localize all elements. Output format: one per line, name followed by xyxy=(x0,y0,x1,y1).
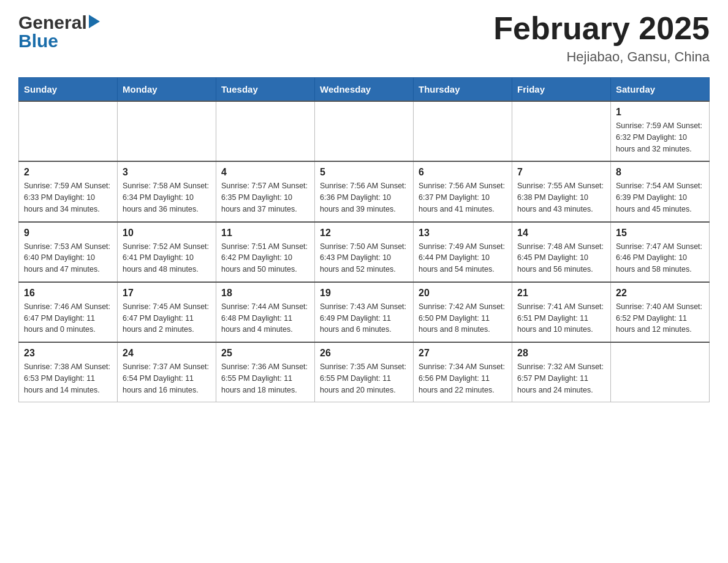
table-row: 14Sunrise: 7:48 AM Sunset: 6:45 PM Dayli… xyxy=(512,222,611,282)
table-row: 9Sunrise: 7:53 AM Sunset: 6:40 PM Daylig… xyxy=(19,222,118,282)
table-row: 2Sunrise: 7:59 AM Sunset: 6:33 PM Daylig… xyxy=(19,161,118,221)
table-row: 27Sunrise: 7:34 AM Sunset: 6:56 PM Dayli… xyxy=(414,342,512,402)
calendar-week-row: 2Sunrise: 7:59 AM Sunset: 6:33 PM Daylig… xyxy=(19,161,710,221)
logo: General xyxy=(18,12,100,33)
table-row: 28Sunrise: 7:32 AM Sunset: 6:57 PM Dayli… xyxy=(512,342,611,402)
day-number: 1 xyxy=(616,107,704,118)
day-number: 22 xyxy=(616,288,704,299)
day-number: 19 xyxy=(320,288,408,299)
table-row: 26Sunrise: 7:35 AM Sunset: 6:55 PM Dayli… xyxy=(315,342,414,402)
calendar-table: Sunday Monday Tuesday Wednesday Thursday… xyxy=(18,77,710,402)
day-info: Sunrise: 7:51 AM Sunset: 6:42 PM Dayligh… xyxy=(221,241,309,275)
day-number: 9 xyxy=(24,228,112,239)
col-thursday: Thursday xyxy=(414,78,512,102)
logo-blue-text: Blue xyxy=(18,31,58,52)
day-info: Sunrise: 7:55 AM Sunset: 6:38 PM Dayligh… xyxy=(517,180,605,215)
day-number: 28 xyxy=(517,348,605,359)
day-number: 21 xyxy=(517,288,605,299)
day-number: 8 xyxy=(616,167,704,178)
day-info: Sunrise: 7:37 AM Sunset: 6:54 PM Dayligh… xyxy=(123,361,211,396)
calendar-week-row: 1Sunrise: 7:59 AM Sunset: 6:32 PM Daylig… xyxy=(19,101,710,161)
col-wednesday: Wednesday xyxy=(315,78,414,102)
day-number: 27 xyxy=(419,348,507,359)
location-text: Hejiabao, Gansu, China xyxy=(493,49,710,65)
day-info: Sunrise: 7:56 AM Sunset: 6:36 PM Dayligh… xyxy=(320,180,408,215)
day-info: Sunrise: 7:38 AM Sunset: 6:53 PM Dayligh… xyxy=(24,361,112,396)
day-number: 3 xyxy=(123,167,211,178)
day-number: 26 xyxy=(320,348,408,359)
day-number: 24 xyxy=(123,348,211,359)
table-row: 4Sunrise: 7:57 AM Sunset: 6:35 PM Daylig… xyxy=(216,161,315,221)
table-row: 5Sunrise: 7:56 AM Sunset: 6:36 PM Daylig… xyxy=(315,161,414,221)
calendar-week-row: 16Sunrise: 7:46 AM Sunset: 6:47 PM Dayli… xyxy=(19,282,710,342)
day-info: Sunrise: 7:58 AM Sunset: 6:34 PM Dayligh… xyxy=(123,180,211,215)
day-info: Sunrise: 7:57 AM Sunset: 6:35 PM Dayligh… xyxy=(221,180,309,215)
day-info: Sunrise: 7:43 AM Sunset: 6:49 PM Dayligh… xyxy=(320,301,408,335)
day-number: 25 xyxy=(221,348,309,359)
day-number: 10 xyxy=(123,228,211,239)
table-row: 1Sunrise: 7:59 AM Sunset: 6:32 PM Daylig… xyxy=(611,101,710,161)
day-number: 2 xyxy=(24,167,112,178)
day-info: Sunrise: 7:32 AM Sunset: 6:57 PM Dayligh… xyxy=(517,361,605,396)
day-number: 4 xyxy=(221,167,309,178)
day-info: Sunrise: 7:46 AM Sunset: 6:47 PM Dayligh… xyxy=(24,301,112,335)
day-info: Sunrise: 7:42 AM Sunset: 6:50 PM Dayligh… xyxy=(419,301,507,335)
day-number: 13 xyxy=(419,228,507,239)
day-info: Sunrise: 7:52 AM Sunset: 6:41 PM Dayligh… xyxy=(123,241,211,275)
table-row: 24Sunrise: 7:37 AM Sunset: 6:54 PM Dayli… xyxy=(118,342,216,402)
table-row: 23Sunrise: 7:38 AM Sunset: 6:53 PM Dayli… xyxy=(19,342,118,402)
day-info: Sunrise: 7:54 AM Sunset: 6:39 PM Dayligh… xyxy=(616,180,704,215)
day-number: 23 xyxy=(24,348,112,359)
day-number: 16 xyxy=(24,288,112,299)
day-info: Sunrise: 7:53 AM Sunset: 6:40 PM Dayligh… xyxy=(24,241,112,275)
title-area: February 2025 Hejiabao, Gansu, China xyxy=(493,12,710,65)
day-info: Sunrise: 7:41 AM Sunset: 6:51 PM Dayligh… xyxy=(517,301,605,335)
day-info: Sunrise: 7:59 AM Sunset: 6:33 PM Dayligh… xyxy=(24,180,112,215)
day-info: Sunrise: 7:50 AM Sunset: 6:43 PM Dayligh… xyxy=(320,241,408,275)
table-row: 20Sunrise: 7:42 AM Sunset: 6:50 PM Dayli… xyxy=(414,282,512,342)
table-row: 22Sunrise: 7:40 AM Sunset: 6:52 PM Dayli… xyxy=(611,282,710,342)
table-row: 11Sunrise: 7:51 AM Sunset: 6:42 PM Dayli… xyxy=(216,222,315,282)
logo-triangle-icon xyxy=(89,15,100,31)
day-number: 12 xyxy=(320,228,408,239)
day-number: 17 xyxy=(123,288,211,299)
table-row: 13Sunrise: 7:49 AM Sunset: 6:44 PM Dayli… xyxy=(414,222,512,282)
table-row: 7Sunrise: 7:55 AM Sunset: 6:38 PM Daylig… xyxy=(512,161,611,221)
table-row xyxy=(414,101,512,161)
month-title: February 2025 xyxy=(493,12,710,44)
table-row: 15Sunrise: 7:47 AM Sunset: 6:46 PM Dayli… xyxy=(611,222,710,282)
day-number: 11 xyxy=(221,228,309,239)
table-row: 16Sunrise: 7:46 AM Sunset: 6:47 PM Dayli… xyxy=(19,282,118,342)
calendar-header-row: Sunday Monday Tuesday Wednesday Thursday… xyxy=(19,78,710,102)
day-info: Sunrise: 7:47 AM Sunset: 6:46 PM Dayligh… xyxy=(616,241,704,275)
table-row xyxy=(19,101,118,161)
day-number: 14 xyxy=(517,228,605,239)
col-tuesday: Tuesday xyxy=(216,78,315,102)
day-number: 5 xyxy=(320,167,408,178)
day-info: Sunrise: 7:44 AM Sunset: 6:48 PM Dayligh… xyxy=(221,301,309,335)
svg-marker-0 xyxy=(89,15,100,28)
table-row: 21Sunrise: 7:41 AM Sunset: 6:51 PM Dayli… xyxy=(512,282,611,342)
day-info: Sunrise: 7:45 AM Sunset: 6:47 PM Dayligh… xyxy=(123,301,211,335)
day-info: Sunrise: 7:36 AM Sunset: 6:55 PM Dayligh… xyxy=(221,361,309,396)
calendar-week-row: 23Sunrise: 7:38 AM Sunset: 6:53 PM Dayli… xyxy=(19,342,710,402)
table-row: 8Sunrise: 7:54 AM Sunset: 6:39 PM Daylig… xyxy=(611,161,710,221)
day-number: 20 xyxy=(419,288,507,299)
logo-general-text: General xyxy=(18,12,87,33)
table-row xyxy=(118,101,216,161)
day-info: Sunrise: 7:59 AM Sunset: 6:32 PM Dayligh… xyxy=(616,120,704,155)
table-row: 10Sunrise: 7:52 AM Sunset: 6:41 PM Dayli… xyxy=(118,222,216,282)
table-row xyxy=(611,342,710,402)
day-info: Sunrise: 7:35 AM Sunset: 6:55 PM Dayligh… xyxy=(320,361,408,396)
day-info: Sunrise: 7:56 AM Sunset: 6:37 PM Dayligh… xyxy=(419,180,507,215)
table-row xyxy=(315,101,414,161)
table-row: 3Sunrise: 7:58 AM Sunset: 6:34 PM Daylig… xyxy=(118,161,216,221)
table-row: 17Sunrise: 7:45 AM Sunset: 6:47 PM Dayli… xyxy=(118,282,216,342)
table-row: 25Sunrise: 7:36 AM Sunset: 6:55 PM Dayli… xyxy=(216,342,315,402)
table-row: 19Sunrise: 7:43 AM Sunset: 6:49 PM Dayli… xyxy=(315,282,414,342)
day-info: Sunrise: 7:49 AM Sunset: 6:44 PM Dayligh… xyxy=(419,241,507,275)
day-info: Sunrise: 7:48 AM Sunset: 6:45 PM Dayligh… xyxy=(517,241,605,275)
day-info: Sunrise: 7:34 AM Sunset: 6:56 PM Dayligh… xyxy=(419,361,507,396)
table-row: 12Sunrise: 7:50 AM Sunset: 6:43 PM Dayli… xyxy=(315,222,414,282)
day-number: 18 xyxy=(221,288,309,299)
